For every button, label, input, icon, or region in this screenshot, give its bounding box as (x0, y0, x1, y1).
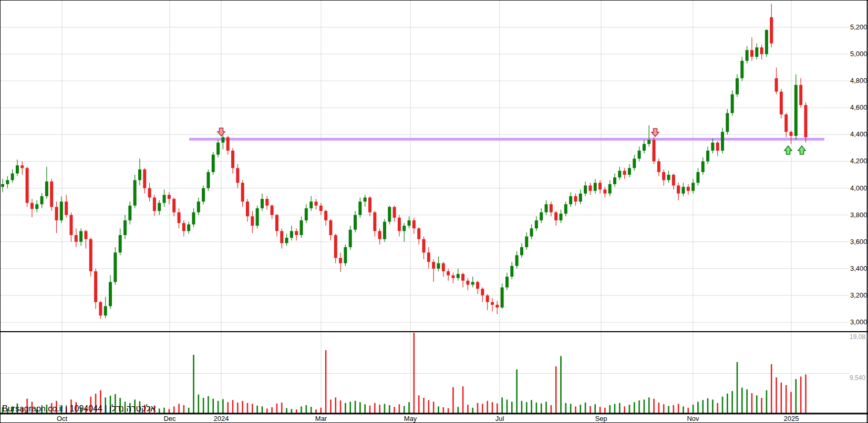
candle (432, 262, 435, 269)
volume-bar (800, 377, 802, 414)
candle (45, 182, 48, 196)
candle (388, 207, 391, 221)
price-tick-label: 4,200 (850, 157, 867, 165)
candle (163, 195, 166, 203)
candle (383, 221, 386, 239)
candle (402, 226, 406, 231)
candle (681, 187, 685, 194)
candle (466, 281, 469, 285)
volume-bar (545, 401, 547, 414)
candle (525, 237, 528, 247)
volume-bar (766, 390, 768, 414)
candle (280, 231, 283, 243)
chart-canvas[interactable] (1, 1, 868, 423)
candle (197, 202, 200, 212)
volume-bar (492, 402, 493, 414)
candle (94, 271, 97, 302)
candle (182, 223, 185, 231)
candle (554, 213, 557, 220)
candle (324, 211, 327, 220)
time-tick-label: 2024 (214, 415, 229, 422)
candle (481, 289, 484, 295)
candle (653, 140, 656, 162)
volume-bar (276, 404, 278, 414)
candle (212, 155, 215, 172)
price-tick-label: 5,000 (850, 50, 867, 58)
volume-tick-label: 9,540 (850, 375, 865, 382)
candle (451, 276, 454, 278)
volume-bar (414, 333, 415, 414)
candle (354, 215, 357, 230)
candle (251, 216, 254, 226)
candle (349, 230, 352, 247)
candle (486, 295, 489, 302)
volume-bar (771, 364, 772, 414)
candle (275, 215, 278, 231)
candle (231, 151, 234, 168)
candle (187, 225, 190, 231)
volume-bar (232, 400, 234, 414)
volume-bar (428, 400, 430, 414)
candle (314, 202, 317, 206)
volume-bar (497, 404, 498, 414)
volume-bar (242, 401, 243, 414)
volume-bar (560, 356, 562, 414)
candle (731, 94, 734, 113)
volume-bar (227, 402, 229, 414)
volume-bar (330, 399, 332, 414)
candle (35, 204, 38, 209)
candle (138, 170, 141, 180)
volume-bar (340, 400, 342, 414)
volume-bar (805, 374, 807, 414)
candle (461, 274, 464, 281)
volume-bar (335, 397, 336, 414)
candle (746, 50, 749, 60)
candle (75, 235, 78, 242)
volume-bar (712, 399, 714, 414)
candle (226, 137, 230, 151)
candle (780, 92, 783, 114)
volume-bar (418, 395, 420, 414)
candle (804, 105, 807, 137)
candle (505, 277, 509, 287)
candle (104, 306, 107, 315)
price-tick-label: 4,000 (850, 185, 867, 192)
volume-bar (252, 404, 253, 414)
candle (305, 208, 308, 220)
candle (495, 305, 499, 308)
candle (618, 171, 621, 177)
candle (726, 113, 729, 132)
volume-bar (399, 404, 400, 414)
candle (716, 143, 719, 151)
volume-bar (408, 402, 410, 414)
candle (89, 239, 92, 271)
time-tick-label: Sep (595, 415, 607, 422)
candle (158, 203, 161, 211)
time-tick-label: May (404, 415, 417, 422)
candle (339, 258, 342, 263)
candle (471, 282, 474, 284)
volume-bar (487, 401, 488, 414)
volume-bar (482, 404, 483, 414)
candle (687, 187, 690, 191)
volume-bar (516, 369, 518, 414)
candle (750, 50, 753, 57)
volume-bar (237, 403, 239, 414)
candle (784, 114, 788, 132)
candle (84, 231, 87, 239)
volume-bar (673, 405, 675, 414)
volume-bar (746, 389, 748, 414)
buy-signal-arrow-icon (798, 146, 805, 154)
price-tick-label: 4,400 (850, 131, 867, 138)
volume-bar (614, 404, 616, 414)
candle (740, 61, 743, 78)
volume-bar (644, 399, 645, 414)
candle (40, 196, 44, 204)
volume-bar (594, 404, 596, 414)
volume-bar (306, 405, 307, 414)
candle (540, 213, 543, 220)
time-tick-label: Jul (495, 415, 504, 422)
candle-bodies (1, 17, 807, 315)
volume-bar (501, 397, 503, 414)
volume-bar (678, 404, 679, 414)
